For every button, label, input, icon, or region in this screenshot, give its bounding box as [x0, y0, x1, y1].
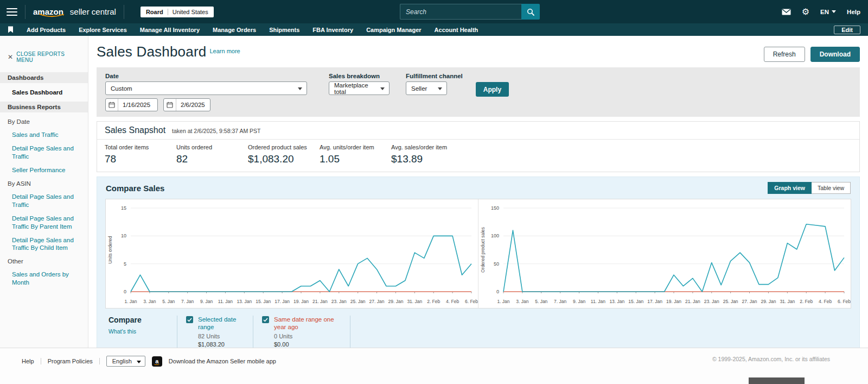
svg-text:10: 10 [121, 233, 126, 238]
chevron-down-icon [380, 87, 385, 90]
close-reports-menu[interactable]: ✕ CLOSE REPORTS MENU [0, 51, 88, 68]
amazon-seller-central-logo[interactable]: amazon seller central [33, 7, 116, 16]
svg-text:6. Feb: 6. Feb [465, 299, 478, 304]
sidebar-link[interactable]: Detail Page Sales and Traffic [0, 143, 88, 162]
edit-button[interactable]: Edit [834, 26, 860, 34]
svg-text:23. Jan: 23. Jan [331, 299, 347, 304]
footer-help-link[interactable]: Help [22, 358, 34, 364]
learn-more-link[interactable]: Learn more [209, 48, 240, 54]
compare-sales-title: Compare Sales [106, 184, 164, 193]
nav-item-manage-orders[interactable]: Manage Orders [213, 27, 256, 33]
sidebar-subheading: By ASIN [0, 178, 88, 189]
legend-item-units: 82 Units [198, 333, 244, 339]
close-icon: ✕ [8, 53, 13, 61]
help-link[interactable]: Help [847, 9, 860, 15]
reports-sidebar: ✕ CLOSE REPORTS MENU DashboardsSales Das… [0, 36, 88, 348]
sidebar-link[interactable]: Seller Performance [0, 165, 88, 176]
refresh-button[interactable]: Refresh [764, 47, 805, 62]
snapshot-metric: Ordered product sales$1,083.20 [248, 144, 320, 165]
svg-text:13. Jan: 13. Jan [237, 299, 252, 304]
mobile-app-link[interactable]: Download the Amazon Seller mobile app [169, 358, 276, 364]
sales-breakdown-select[interactable]: Marketplace total [329, 81, 390, 95]
end-date-input[interactable] [176, 102, 210, 108]
svg-text:23. Jan: 23. Jan [704, 299, 719, 304]
search-input[interactable] [400, 4, 521, 20]
sales-breakdown-label: Sales breakdown [329, 73, 390, 79]
account-switcher[interactable]: Roard United States [141, 7, 214, 17]
snapshot-timestamp: taken at 2/6/2025, 9:58:37 AM PST [172, 128, 260, 134]
chevron-down-icon [298, 87, 302, 90]
sidebar-link[interactable]: Detail Page Sales and Traffic [0, 191, 88, 211]
footer-language-value: English [112, 358, 132, 364]
sidebar-link[interactable]: Sales and Orders by Month [0, 269, 88, 288]
download-button[interactable]: Download [810, 47, 860, 62]
svg-text:9. Jan: 9. Jan [200, 299, 213, 304]
apply-button[interactable]: Apply [476, 82, 509, 97]
table-view-button[interactable]: Table view [812, 182, 851, 194]
language-code: EN [820, 9, 829, 15]
metric-value: $1,083.20 [248, 153, 320, 165]
title-row: Sales Dashboard Learn more Refresh Downl… [97, 43, 860, 62]
checkbox-checked[interactable] [262, 316, 269, 323]
nav-item-add-products[interactable]: Add Products [27, 27, 66, 33]
topbar-right-cluster: ⚙ EN Help [782, 0, 860, 23]
nav-item-account-health[interactable]: Account Health [435, 27, 478, 33]
calendar-icon[interactable] [106, 99, 118, 111]
svg-text:4. Feb: 4. Feb [819, 299, 832, 304]
settings-gear-icon[interactable]: ⚙ [802, 7, 809, 17]
metric-label: Ordered product sales [248, 144, 320, 150]
language-selector[interactable]: EN [820, 9, 836, 15]
footer-language-select[interactable]: English [106, 356, 145, 367]
graph-view-button[interactable]: Graph view [768, 182, 812, 194]
calendar-icon[interactable] [164, 99, 176, 111]
svg-text:0: 0 [124, 289, 126, 294]
fulfillment-channel-value: Seller [411, 85, 427, 92]
amazon-smile-icon [39, 13, 67, 18]
metric-value: 1.05 [320, 153, 391, 165]
svg-text:31. Jan: 31. Jan [780, 299, 795, 304]
nav-item-campaign-manager[interactable]: Campaign Manager [366, 27, 421, 33]
start-date-input[interactable] [118, 102, 157, 108]
svg-text:15. Jan: 15. Jan [256, 299, 271, 304]
date-range-select[interactable]: Custom [105, 81, 307, 95]
search-button[interactable] [521, 4, 540, 20]
nav-item-fba-inventory[interactable]: FBA Inventory [312, 27, 353, 33]
legend-item-amount: $0.00 [274, 341, 341, 348]
metric-label: Total order items [105, 144, 176, 150]
fulfillment-channel-select[interactable]: Seller [406, 81, 447, 95]
sidebar-section-heading: Business Reports [0, 102, 88, 112]
svg-text:25. Jan: 25. Jan [350, 299, 366, 304]
page-title: Sales Dashboard [97, 43, 206, 60]
whats-this-link[interactable]: What's this [108, 328, 177, 335]
svg-text:0: 0 [496, 289, 499, 294]
svg-text:Ordered product sales: Ordered product sales [480, 227, 486, 273]
sidebar-link[interactable]: Detail Page Sales and Traffic By Child I… [0, 235, 88, 254]
divider [168, 9, 168, 15]
date-range-value: Custom [111, 85, 132, 92]
svg-text:19. Jan: 19. Jan [293, 299, 309, 304]
nav-item-shipments[interactable]: Shipments [269, 27, 299, 33]
legend-item-label: Selected date range [198, 316, 244, 331]
svg-text:31. Jan: 31. Jan [407, 299, 422, 304]
sidebar-item-sales-dashboard[interactable]: Sales Dashboard [0, 87, 88, 98]
footer-program-policies-link[interactable]: Program Policies [48, 358, 93, 364]
svg-text:5: 5 [124, 261, 126, 267]
legend-item-amount: $1,083.20 [198, 341, 244, 348]
nav-item-manage-all-inventory[interactable]: Manage All Inventory [140, 27, 200, 33]
svg-text:5. Jan: 5. Jan [535, 299, 547, 304]
sidebar-link[interactable]: Detail Page Sales and Traffic By Parent … [0, 213, 88, 232]
page-layout: ✕ CLOSE REPORTS MENU DashboardsSales Das… [0, 36, 868, 348]
sales-breakdown-value: Marketplace total [334, 82, 376, 95]
sidebar-link[interactable]: Sales and Traffic [0, 129, 88, 141]
svg-text:1. Jan: 1. Jan [124, 299, 137, 304]
divider [25, 5, 25, 19]
account-region: United States [173, 9, 208, 15]
messages-icon[interactable] [782, 9, 791, 15]
sidebar-subheading: Other [0, 256, 88, 267]
bookmark-icon[interactable] [8, 26, 14, 33]
chevron-down-icon [137, 361, 141, 363]
checkbox-checked[interactable] [186, 316, 193, 323]
page-footer: Help Program Policies English a Download… [0, 348, 868, 384]
hamburger-menu-icon[interactable] [7, 8, 17, 16]
nav-item-explore-services[interactable]: Explore Services [79, 27, 127, 33]
